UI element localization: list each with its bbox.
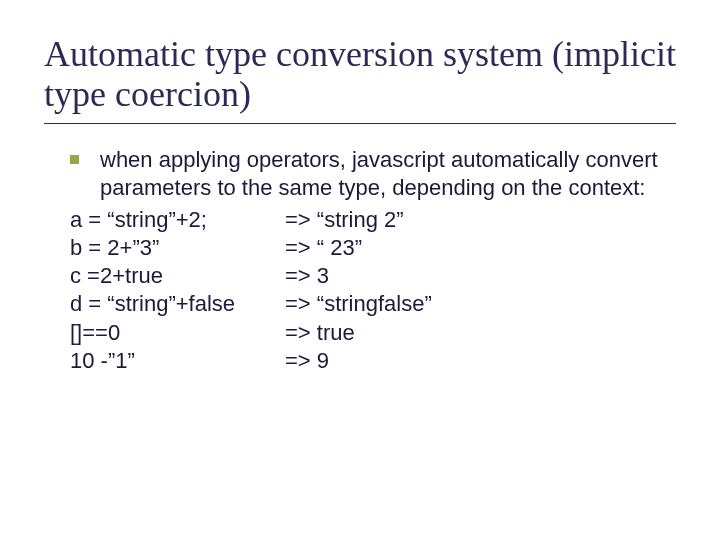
example-row: b = 2+”3” => “ 23” xyxy=(70,234,676,262)
example-row: 10 -”1” => 9 xyxy=(70,347,676,375)
title-divider xyxy=(44,123,676,124)
examples-list: a = “string”+2; => “string 2” b = 2+”3” … xyxy=(70,206,676,375)
example-rhs: => 3 xyxy=(285,262,676,290)
example-lhs: []==0 xyxy=(70,319,285,347)
example-row: []==0 => true xyxy=(70,319,676,347)
slide: Automatic type conversion system (implic… xyxy=(0,0,720,540)
example-lhs: c =2+true xyxy=(70,262,285,290)
slide-body: when applying operators, javascript auto… xyxy=(70,146,676,375)
example-rhs: => “ 23” xyxy=(285,234,676,262)
slide-title: Automatic type conversion system (implic… xyxy=(44,34,676,115)
example-row: d = “string”+false => “stringfalse” xyxy=(70,290,676,318)
example-lhs: 10 -”1” xyxy=(70,347,285,375)
example-rhs: => “stringfalse” xyxy=(285,290,676,318)
example-rhs: => “string 2” xyxy=(285,206,676,234)
example-rhs: => 9 xyxy=(285,347,676,375)
example-row: c =2+true => 3 xyxy=(70,262,676,290)
example-rhs: => true xyxy=(285,319,676,347)
intro-bullet-item: when applying operators, javascript auto… xyxy=(70,146,676,202)
intro-text: when applying operators, javascript auto… xyxy=(100,147,658,200)
example-lhs: b = 2+”3” xyxy=(70,234,285,262)
example-row: a = “string”+2; => “string 2” xyxy=(70,206,676,234)
square-bullet-icon xyxy=(70,155,79,164)
example-lhs: a = “string”+2; xyxy=(70,206,285,234)
example-lhs: d = “string”+false xyxy=(70,290,285,318)
